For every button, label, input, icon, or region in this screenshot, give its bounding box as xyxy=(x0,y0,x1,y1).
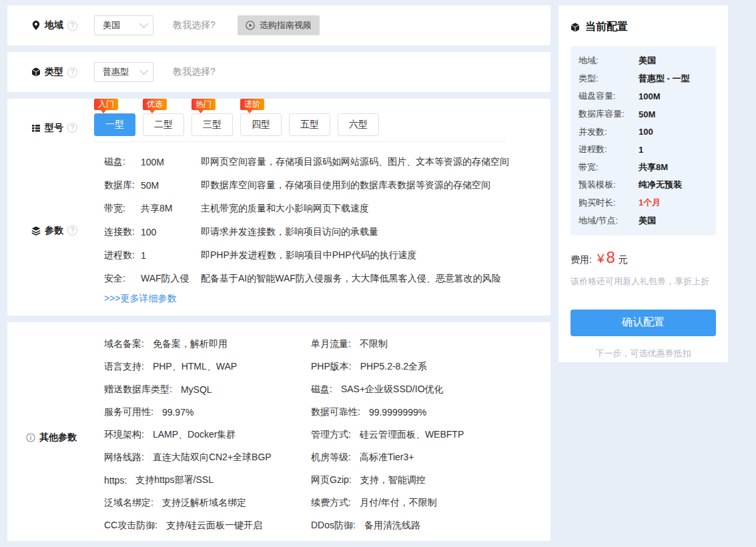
other-params-card: 其他参数 域名备案:免备案，解析即用 单月流量:不限制 语言支持:PHP、HTM… xyxy=(7,322,550,541)
config-row: 并发数:100 xyxy=(579,123,708,141)
cube-icon xyxy=(571,23,580,32)
other-param-name: 网络线路: xyxy=(104,452,144,464)
other-param-name: DDos防御: xyxy=(311,520,356,532)
region-select-value: 美国 xyxy=(103,19,120,31)
type-select-value: 普惠型 xyxy=(103,66,129,78)
config-row: 地域:美国 xyxy=(579,52,708,70)
other-param-value: 99.9999999% xyxy=(369,407,426,418)
param-name: 磁盘: xyxy=(104,156,141,168)
param-row: 数据库: 50M 即数据库空间容量，存储项目使用到的数据库表数据等资源的存储空间 xyxy=(94,173,509,197)
other-param-value: 备用清洗线路 xyxy=(364,520,420,532)
param-value: 1 xyxy=(141,250,201,261)
other-param-value: 支持/硅云面板一键开启 xyxy=(166,520,262,532)
other-param-value: 支持泛解析域名绑定 xyxy=(162,497,246,509)
cube-icon xyxy=(31,67,41,77)
current-config-head: 当前配置 xyxy=(571,20,716,34)
model-help-icon[interactable] xyxy=(67,123,77,133)
other-param-value: 硅云管理面板、WEBFTP xyxy=(360,429,464,441)
fee-line: 费用: ¥ 8 元 xyxy=(571,248,716,267)
region-select[interactable]: 美国 xyxy=(94,15,153,35)
grid-list-icon xyxy=(31,123,41,133)
param-value: WAF防入侵 xyxy=(141,273,201,285)
config-value: 共享8M xyxy=(639,161,668,173)
model-options: 入门 一型 优选 二型 热门 三型 进阶 四型 xyxy=(94,99,379,136)
config-row: 类型:普惠型 - 一型 xyxy=(579,70,708,88)
region-label: 地域 xyxy=(45,19,63,31)
other-param-value: PHP、HTML、WAP xyxy=(153,361,237,373)
param-desc: 即数据库空间容量，存储项目使用到的数据库表数据等资源的存储空间 xyxy=(201,179,490,191)
type-card: 类型 普惠型 教我选择? xyxy=(7,52,550,92)
param-desc: 即请求并发连接数，影响项目访问的承载量 xyxy=(201,226,378,238)
other-params-section: 其他参数 域名备案:免备案，解析即用 单月流量:不限制 语言支持:PHP、HTM… xyxy=(25,333,550,537)
model-button-4[interactable]: 四型 xyxy=(240,113,282,136)
configuration-panel: 地域 美国 教我选择? 选购指南视频 类型 普惠型 xyxy=(7,5,550,547)
other-param-name: 数据可靠性: xyxy=(311,406,360,418)
more-params-link[interactable]: >>>更多详细参数 xyxy=(104,293,177,305)
region-section-head: 地域 xyxy=(31,19,94,31)
param-row: 连接数: 100 即请求并发连接数，影响项目访问的承载量 xyxy=(94,220,509,243)
param-value: 50M xyxy=(141,180,201,191)
fee-label: 费用: xyxy=(571,254,592,266)
other-params-label: 其他参数 xyxy=(39,432,77,444)
model-badge: 进阶 xyxy=(240,99,264,110)
config-value: 100 xyxy=(639,127,653,137)
param-name: 安全: xyxy=(104,273,141,285)
config-name: 磁盘容量: xyxy=(579,90,639,102)
other-param-name: 域名备案: xyxy=(104,338,144,350)
model-button-6[interactable]: 六型 xyxy=(338,113,379,136)
type-select[interactable]: 普惠型 xyxy=(94,62,153,82)
buy-guide-video-label: 选购指南视频 xyxy=(260,19,312,31)
config-value-highlight: 1个月 xyxy=(639,197,661,209)
config-row: 地域/节点:美国 xyxy=(579,211,708,229)
region-card: 地域 美国 教我选择? 选购指南视频 xyxy=(7,5,550,45)
fee-currency: ¥ xyxy=(597,251,605,266)
other-param: 域名备案:免备案，解析即用 xyxy=(104,333,311,356)
model-button-1[interactable]: 一型 xyxy=(94,113,135,136)
region-help-icon[interactable] xyxy=(67,21,77,31)
type-help-icon[interactable] xyxy=(67,67,77,77)
other-param: 网页Gzip:支持，智能调控 xyxy=(311,469,464,492)
other-param-value: 不限制 xyxy=(360,338,388,350)
type-teach-me-link[interactable]: 教我选择? xyxy=(173,66,216,78)
chevron-down-icon xyxy=(139,66,148,75)
model-badge: 优选 xyxy=(143,99,167,110)
type-label: 类型 xyxy=(45,66,63,78)
params-help-icon[interactable] xyxy=(67,225,77,235)
confirm-config-button[interactable]: 确认配置 xyxy=(571,310,716,336)
other-param: 管理方式:硅云管理面板、WEBFTP xyxy=(311,424,464,446)
other-param: 语言支持:PHP、HTML、WAP xyxy=(104,356,311,378)
model-badge: 入门 xyxy=(94,99,118,110)
model-option: 入门 一型 xyxy=(94,99,135,136)
model-button-2[interactable]: 二型 xyxy=(143,113,184,136)
other-param-value: 月付/年付，不限制 xyxy=(360,497,437,509)
params-section: 参数 磁盘: 100M 即网页空间容量，存储项目源码如网站源码、图片、文本等资源… xyxy=(25,142,550,305)
other-param: 服务可用性:99.97% xyxy=(104,401,311,424)
param-name: 连接数: xyxy=(104,226,141,238)
other-param: PHP版本:PHP5.2-8.2全系 xyxy=(311,356,464,378)
other-param-value: 支持，智能调控 xyxy=(360,474,426,486)
other-param: 泛域名绑定:支持泛解析域名绑定 xyxy=(104,492,311,514)
other-param-name: 管理方式: xyxy=(311,429,351,441)
model-button-3[interactable]: 三型 xyxy=(192,113,233,136)
layers-icon xyxy=(31,226,41,235)
other-param-value: 支持https部署/SSL xyxy=(135,474,214,486)
config-value: 50M xyxy=(639,109,655,119)
param-desc: 即PHP并发进程数，影响项目中PHP代码的执行速度 xyxy=(201,249,417,261)
model-section: 型号 入门 一型 优选 二型 热门 三型 xyxy=(25,99,550,136)
other-param: 网络线路:直连大陆双向CN2+全球BGP xyxy=(104,446,311,469)
config-value: 100M xyxy=(639,91,661,101)
region-teach-me-link[interactable]: 教我选择? xyxy=(173,19,216,31)
config-name: 购买时长: xyxy=(579,197,639,209)
model-button-5[interactable]: 五型 xyxy=(289,113,330,136)
other-param-name: 环境架构: xyxy=(104,429,144,441)
other-param-value: 免备案，解析即用 xyxy=(153,338,228,350)
other-param: DDos防御:备用清洗线路 xyxy=(311,514,464,537)
config-value: 普惠型 - 一型 xyxy=(639,73,690,85)
other-params-grid: 域名备案:免备案，解析即用 单月流量:不限制 语言支持:PHP、HTML、WAP… xyxy=(104,333,464,537)
other-param-name: 续费方式: xyxy=(311,497,351,509)
buy-guide-video-button[interactable]: 选购指南视频 xyxy=(238,15,320,35)
param-rows: 磁盘: 100M 即网页空间容量，存储项目源码如网站源码、图片、文本等资源的存储… xyxy=(94,150,509,305)
other-param-value: SAS+企业级SSD/IO优化 xyxy=(341,384,444,396)
config-value: 美国 xyxy=(639,55,656,67)
other-param-name: 单月流量: xyxy=(311,338,351,350)
